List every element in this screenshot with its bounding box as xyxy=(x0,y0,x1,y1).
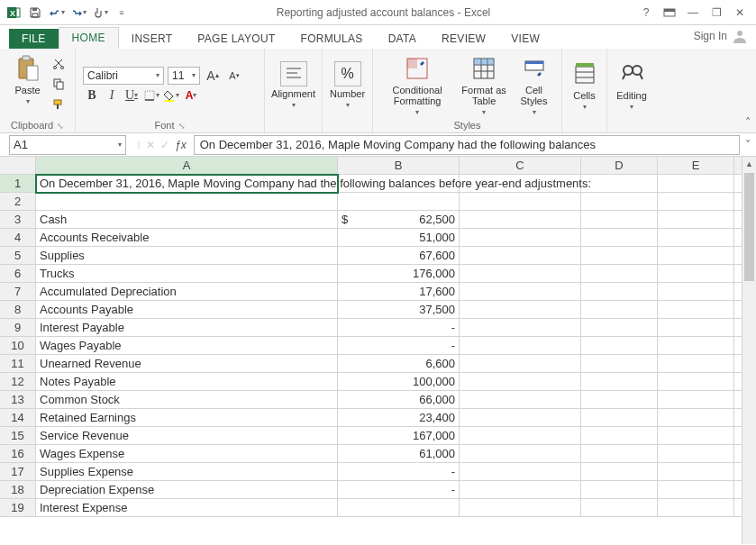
cell-E14[interactable] xyxy=(658,409,734,427)
format-as-table-button[interactable]: Format as Table▾ xyxy=(456,52,512,118)
cell-D8[interactable] xyxy=(581,301,658,319)
cell-B3[interactable]: $62,500 xyxy=(338,211,460,229)
row-header-12[interactable]: 12 xyxy=(0,373,36,391)
clipboard-launcher-icon[interactable]: ⤡ xyxy=(57,122,64,131)
cell-D5[interactable] xyxy=(581,247,658,265)
col-header-C[interactable]: C xyxy=(460,157,581,175)
row-header-11[interactable]: 11 xyxy=(0,355,36,373)
conditional-formatting-button[interactable]: Conditional Formatting▾ xyxy=(380,52,454,118)
cell-A10[interactable]: Wages Payable xyxy=(36,337,338,355)
cell-B6[interactable]: 176,000 xyxy=(338,265,460,283)
cell-C16[interactable] xyxy=(460,445,581,463)
cell-E17[interactable] xyxy=(658,463,734,481)
cell-E9[interactable] xyxy=(658,319,734,337)
cell-A19[interactable]: Interest Expense xyxy=(36,499,338,517)
cell-E1[interactable] xyxy=(658,175,734,193)
cell-C5[interactable] xyxy=(460,247,581,265)
cell-B12[interactable]: 100,000 xyxy=(338,373,460,391)
row-header-6[interactable]: 6 xyxy=(0,265,36,283)
cell-C6[interactable] xyxy=(460,265,581,283)
cell-A6[interactable]: Trucks xyxy=(36,265,338,283)
cell-D17[interactable] xyxy=(581,463,658,481)
col-header-A[interactable]: A xyxy=(36,157,338,175)
cell-C17[interactable] xyxy=(460,463,581,481)
alignment-button[interactable]: Alignment ▾ xyxy=(266,59,321,111)
sign-in[interactable]: Sign In xyxy=(687,23,756,49)
cell-B13[interactable]: 66,000 xyxy=(338,391,460,409)
cell-A4[interactable]: Accounts Receivable xyxy=(36,229,338,247)
font-size-select[interactable]: 11▾ xyxy=(168,67,200,85)
cell-E12[interactable] xyxy=(658,373,734,391)
cell-E15[interactable] xyxy=(658,427,734,445)
fill-color-icon[interactable]: ▾ xyxy=(162,86,180,104)
cell-D19[interactable] xyxy=(581,499,658,517)
grow-font-icon[interactable]: A▴ xyxy=(204,67,222,85)
cell-D13[interactable] xyxy=(581,391,658,409)
grid[interactable]: ABCDEF1On December 31, 2016, Maple Movin… xyxy=(0,157,756,517)
cell-A12[interactable]: Notes Payable xyxy=(36,373,338,391)
tab-view[interactable]: VIEW xyxy=(498,29,552,49)
cell-D15[interactable] xyxy=(581,427,658,445)
touch-mode-icon[interactable]: ▾ xyxy=(90,3,110,23)
help-icon[interactable]: ? xyxy=(635,3,657,23)
cell-B7[interactable]: 17,600 xyxy=(338,283,460,301)
cell-B14[interactable]: 23,400 xyxy=(338,409,460,427)
editing-button[interactable]: Editing ▾ xyxy=(611,58,652,113)
enter-icon[interactable]: ✓ xyxy=(160,139,169,151)
cell-D14[interactable] xyxy=(581,409,658,427)
cell-A1[interactable]: On December 31, 2016, Maple Moving Compa… xyxy=(36,175,338,193)
cell-B8[interactable]: 37,500 xyxy=(338,301,460,319)
cell-B11[interactable]: 6,600 xyxy=(338,355,460,373)
font-color-icon[interactable]: A▾ xyxy=(182,86,200,104)
tab-page-layout[interactable]: PAGE LAYOUT xyxy=(185,29,287,49)
cell-A15[interactable]: Service Revenue xyxy=(36,427,338,445)
cell-A13[interactable]: Common Stock xyxy=(36,391,338,409)
cell-B10[interactable]: - xyxy=(338,337,460,355)
undo-icon[interactable]: ▾ xyxy=(47,3,67,23)
tab-file[interactable]: FILE xyxy=(9,29,59,49)
cell-D10[interactable] xyxy=(581,337,658,355)
cancel-icon[interactable]: ✕ xyxy=(146,139,155,151)
cell-B18[interactable]: - xyxy=(338,481,460,499)
row-header-1[interactable]: 1 xyxy=(0,175,36,193)
row-header-7[interactable]: 7 xyxy=(0,283,36,301)
cell-A8[interactable]: Accounts Payable xyxy=(36,301,338,319)
underline-button[interactable]: U▾ xyxy=(123,86,141,104)
row-header-9[interactable]: 9 xyxy=(0,319,36,337)
cell-A16[interactable]: Wages Expense xyxy=(36,445,338,463)
copy-icon[interactable] xyxy=(50,75,68,93)
paste-button[interactable]: Paste ▾ xyxy=(8,52,48,107)
cell-C13[interactable] xyxy=(460,391,581,409)
cell-E16[interactable] xyxy=(658,445,734,463)
cell-D16[interactable] xyxy=(581,445,658,463)
vertical-scrollbar[interactable]: ▲ xyxy=(742,157,756,544)
shrink-font-icon[interactable]: A▾ xyxy=(225,67,243,85)
cell-D1[interactable] xyxy=(581,175,658,193)
cell-E3[interactable] xyxy=(658,211,734,229)
cut-icon[interactable] xyxy=(50,54,68,72)
cell-A9[interactable]: Interest Payable xyxy=(36,319,338,337)
tab-formulas[interactable]: FORMULAS xyxy=(288,29,376,49)
cell-D9[interactable] xyxy=(581,319,658,337)
cell-D11[interactable] xyxy=(581,355,658,373)
tab-review[interactable]: REVIEW xyxy=(429,29,498,49)
cell-D3[interactable] xyxy=(581,211,658,229)
cell-A7[interactable]: Accumulated Depreciation xyxy=(36,283,338,301)
cell-E5[interactable] xyxy=(658,247,734,265)
redo-icon[interactable]: ▾ xyxy=(68,3,88,23)
cell-C11[interactable] xyxy=(460,355,581,373)
cell-A11[interactable]: Unearned Revenue xyxy=(36,355,338,373)
cell-C18[interactable] xyxy=(460,481,581,499)
cell-styles-button[interactable]: Cell Styles▾ xyxy=(514,52,554,118)
scroll-thumb[interactable] xyxy=(744,173,754,281)
borders-icon[interactable]: ▾ xyxy=(142,86,160,104)
col-header-E[interactable]: E xyxy=(658,157,734,175)
cell-A5[interactable]: Supplies xyxy=(36,247,338,265)
save-icon[interactable] xyxy=(25,3,45,23)
scroll-up-icon[interactable]: ▲ xyxy=(742,157,756,171)
row-header-16[interactable]: 16 xyxy=(0,445,36,463)
formula-expand-icon[interactable]: ˅ xyxy=(740,139,756,151)
cell-C12[interactable] xyxy=(460,373,581,391)
restore-icon[interactable]: ❐ xyxy=(706,3,727,23)
cell-E11[interactable] xyxy=(658,355,734,373)
